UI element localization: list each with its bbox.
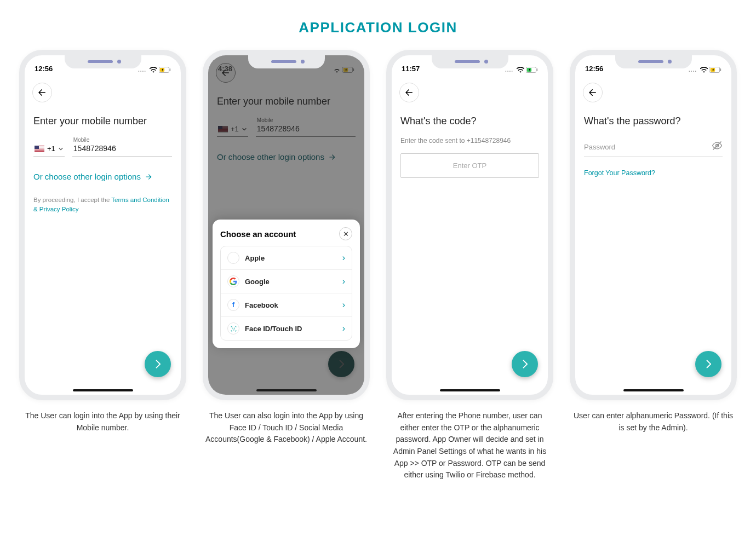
phone-mock-4: 12:56 .... What's the password? Password	[570, 50, 737, 400]
close-button[interactable]: ✕	[339, 227, 352, 240]
back-button[interactable]	[32, 83, 52, 102]
chevron-right-icon	[152, 359, 163, 370]
caption-2: The User can also login into the App by …	[204, 410, 369, 446]
arrow-right-icon	[144, 173, 153, 181]
country-code-value: +1	[47, 145, 55, 153]
chevron-right-icon: ›	[342, 300, 345, 310]
arrow-left-icon	[404, 88, 414, 97]
screen-title: Enter your mobile number	[33, 116, 172, 127]
notch	[432, 54, 508, 68]
caption-1: The User can login into the App by using…	[21, 410, 185, 434]
next-fab[interactable]	[512, 351, 538, 377]
svg-point-7	[234, 328, 234, 328]
arrow-left-icon	[588, 88, 598, 97]
sheet-title: Choose an account	[220, 229, 296, 239]
phones-row: 12:56 .... Enter your mobile number	[0, 50, 756, 503]
arrow-left-icon	[37, 88, 47, 97]
other-login-link[interactable]: Or choose other login options	[33, 172, 172, 181]
screen-title: What's the code?	[400, 116, 539, 127]
chevron-right-icon: ›	[342, 253, 345, 263]
account-option-apple[interactable]: Apple ›	[221, 246, 352, 269]
account-label: Face ID/Touch ID	[245, 325, 337, 333]
account-option-facebook[interactable]: f Facebook ›	[221, 293, 352, 316]
phone-mock-1: 12:56 .... Enter your mobile number	[19, 50, 186, 400]
other-login-label: Or choose other login options	[33, 172, 141, 181]
country-code-select[interactable]: +1	[33, 142, 65, 157]
caption-3: After entering the Phone number, user ca…	[388, 410, 552, 481]
page-title: APPLICATION LOGIN	[0, 0, 756, 50]
account-label: Apple	[245, 254, 337, 262]
account-option-google[interactable]: Google ›	[221, 269, 352, 293]
notch	[248, 54, 325, 68]
home-indicator	[73, 389, 133, 391]
close-icon: ✕	[343, 230, 349, 238]
phone-mock-2: 4:38 Enter your mobile number	[203, 50, 370, 400]
chevron-right-icon: ›	[342, 276, 345, 286]
password-placeholder: Password	[584, 143, 707, 151]
password-input[interactable]: Password	[584, 137, 723, 157]
eye-off-icon[interactable]	[712, 140, 723, 153]
code-hint: Enter the code sent to +11548728946	[400, 137, 539, 145]
terms-text: By proceeding, I accept the Terms and Co…	[33, 195, 172, 215]
caption-4: User can enter alphanumeric Password. (I…	[571, 410, 736, 434]
back-button[interactable]	[583, 83, 603, 102]
mobile-label: Mobile	[72, 137, 172, 143]
next-fab[interactable]	[145, 351, 171, 377]
google-icon	[227, 275, 239, 287]
svg-point-6	[232, 328, 233, 328]
back-button[interactable]	[399, 83, 419, 102]
chevron-down-icon	[58, 146, 64, 152]
chevron-right-icon	[519, 359, 530, 370]
forgot-password-link[interactable]: Forgot Your Password?	[584, 169, 723, 177]
phone-mock-3: 11:57 .... What's the code? Enter the co…	[386, 50, 553, 400]
facebook-icon: f	[227, 299, 239, 311]
chevron-right-icon	[703, 359, 714, 370]
notch	[615, 54, 692, 68]
home-indicator	[623, 389, 684, 391]
mobile-input[interactable]: Mobile 1548728946	[72, 137, 172, 157]
home-indicator	[440, 389, 500, 391]
account-label: Facebook	[245, 301, 337, 309]
chevron-right-icon: ›	[342, 324, 345, 333]
face-id-icon	[227, 322, 239, 335]
notch	[65, 54, 141, 68]
apple-icon	[227, 252, 239, 264]
choose-account-sheet: Choose an account ✕ Apple ›	[213, 220, 360, 348]
account-label: Google	[245, 278, 337, 286]
screen-title: What's the password?	[584, 116, 723, 127]
otp-input[interactable]: Enter OTP	[400, 153, 539, 178]
flag-us-icon	[35, 146, 44, 152]
mobile-value: 1548728946	[72, 143, 172, 156]
account-option-faceid[interactable]: Face ID/Touch ID ›	[221, 316, 352, 340]
next-fab[interactable]	[695, 351, 721, 377]
